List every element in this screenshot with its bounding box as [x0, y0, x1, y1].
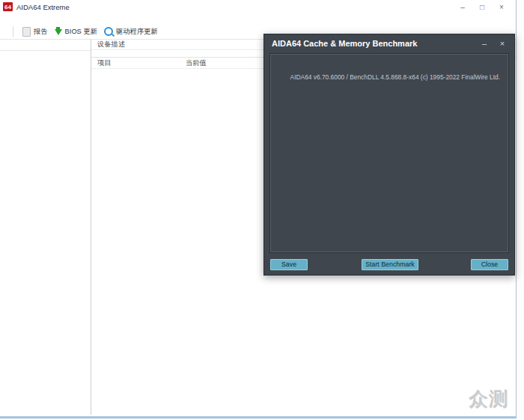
dialog-title: AIDA64 Cache & Memory Benchmark	[272, 39, 417, 48]
dialog-panel: AIDA64 v6.70.6000 / BenchDLL 4.5.868.8-x…	[270, 54, 508, 252]
search-icon	[104, 27, 113, 36]
close-button-dialog[interactable]: Close	[471, 259, 508, 270]
minimize-button[interactable]: –	[453, 3, 472, 11]
close-button[interactable]: ×	[492, 3, 511, 11]
sidebar	[0, 40, 91, 415]
bios-update-button[interactable]: BIOS 更新	[55, 27, 97, 37]
column-item: 项目	[91, 58, 186, 68]
sidebar-tree	[0, 51, 91, 415]
watermark: 众测	[468, 387, 510, 412]
column-value: 当前值	[186, 58, 207, 68]
menu-bar	[0, 13, 516, 24]
watermark-big-text: 众测	[469, 387, 510, 412]
titlebar: 64 AIDA64 Extreme – □ ×	[0, 0, 516, 13]
save-button[interactable]: Save	[270, 259, 308, 270]
dialog-footer: AIDA64 v6.70.6000 / BenchDLL 4.5.868.8-x…	[278, 73, 500, 81]
benchmark-columns	[278, 58, 500, 68]
maximize-button[interactable]: □	[472, 3, 492, 11]
dialog-minimize-button[interactable]: –	[475, 39, 493, 48]
window-title: AIDA64 Extreme	[16, 3, 70, 11]
download-arrow-icon	[55, 29, 62, 35]
report-button[interactable]: 报告	[22, 27, 48, 37]
app-window: 64 AIDA64 Extreme – □ × 报告 BIOS 更新 驱动程序更…	[0, 0, 517, 419]
driver-update-button[interactable]: 驱动程序更新	[104, 27, 158, 37]
sidebar-tabs	[0, 40, 91, 51]
dialog-close-icon[interactable]: ×	[493, 39, 511, 48]
app-logo-icon: 64	[3, 2, 13, 11]
toolbar-separator	[13, 26, 13, 37]
start-benchmark-button[interactable]: Start Benchmark	[362, 259, 418, 270]
benchmark-dialog: AIDA64 Cache & Memory Benchmark – × AIDA…	[263, 34, 515, 276]
report-page-icon	[22, 27, 31, 37]
dialog-titlebar: AIDA64 Cache & Memory Benchmark – ×	[264, 34, 514, 52]
